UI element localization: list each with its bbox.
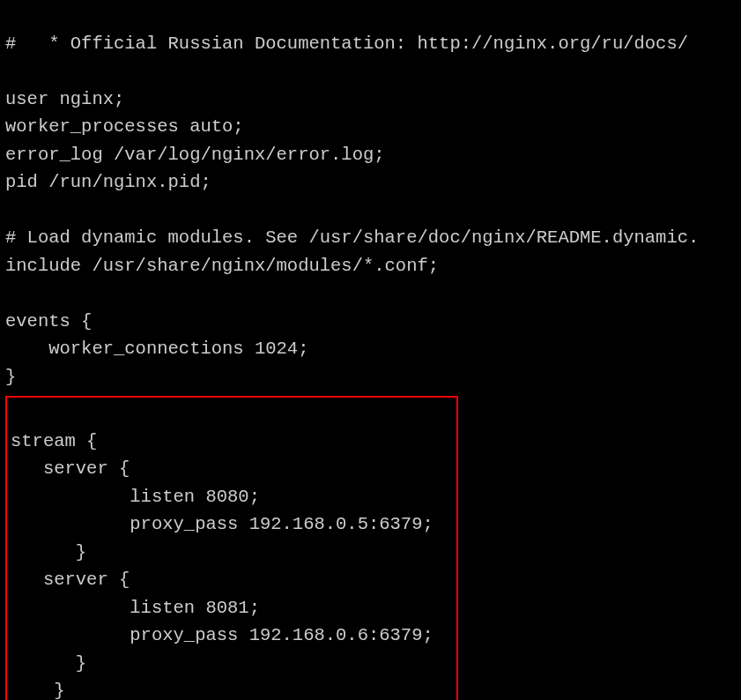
code-line: # * Official Russian Documentation: http… [5,34,688,54]
code-line: # Load dynamic modules. See /usr/share/d… [5,227,699,248]
code-line: listen 8081; [11,598,260,618]
code-line: } [11,542,86,562]
code-line: proxy_pass 192.168.0.6:6379; [11,625,433,645]
code-line: listen 8080; [11,487,260,507]
code-line: user nginx; [5,89,124,109]
code-line: stream { [11,431,97,451]
code-line: include /usr/share/nginx/modules/*.conf; [5,256,439,276]
code-line: pid /run/nginx.pid; [5,172,211,192]
code-line: server { [11,458,130,479]
code-line: worker_connections 1024; [5,339,308,359]
code-line: } [11,653,86,674]
code-line: server { [11,570,130,590]
code-line: } [5,367,16,387]
nginx-config-top: # * Official Russian Documentation: http… [5,2,736,391]
code-line: proxy_pass 192.168.0.5:6379; [11,514,433,534]
code-line: events { [5,311,92,331]
code-line: error_log /var/log/nginx/error.log; [5,145,385,165]
code-line: worker_processes auto; [5,116,244,137]
nginx-stream-block-highlight: stream { server { listen 8080; proxy_pas… [5,396,458,700]
code-line: } [11,681,65,700]
